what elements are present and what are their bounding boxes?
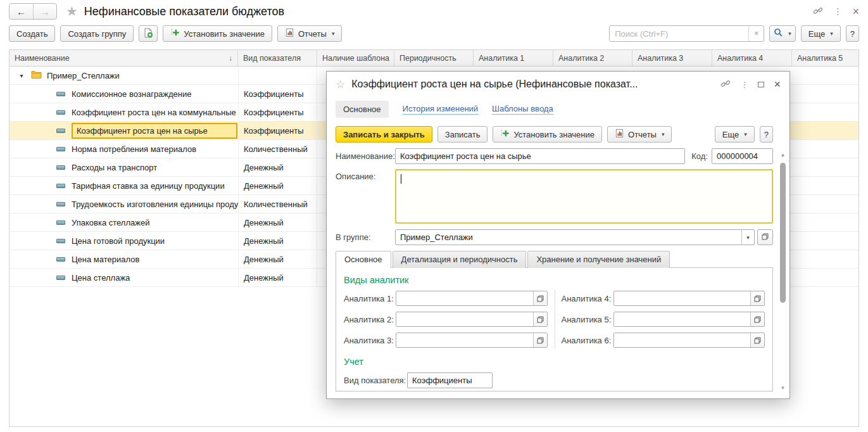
- analytics-3-input[interactable]: [396, 333, 533, 347]
- indicator-type-input[interactable]: [407, 372, 493, 388]
- set-value-button[interactable]: Установить значение: [163, 25, 272, 42]
- name-input[interactable]: [395, 148, 685, 164]
- back-icon: ←: [16, 6, 26, 17]
- chevron-down-icon: ▾: [662, 131, 665, 137]
- name-field-row: Наименование: Код:: [336, 148, 773, 164]
- tab-storage[interactable]: Хранение и получение значений: [527, 251, 670, 268]
- search-button[interactable]: ▾: [769, 25, 796, 42]
- save-and-close-button[interactable]: Записать и закрыть: [336, 126, 432, 143]
- command-bar: Создать Создать группу Установить значен…: [0, 24, 868, 43]
- column-header[interactable]: Наименование↓: [9, 50, 238, 66]
- item-icon: [56, 220, 65, 225]
- dialog-nav: Основное История изменений Шаблоны ввода: [327, 97, 789, 121]
- reports-button[interactable]: Отчеты ▾: [607, 126, 672, 143]
- more-menu-icon[interactable]: ⋮: [740, 80, 748, 89]
- tree-expander-icon[interactable]: ▾: [17, 72, 26, 79]
- open-icon[interactable]: [750, 333, 764, 347]
- dialog-scrollbar[interactable]: ▲ ▼: [779, 151, 787, 392]
- open-item-button[interactable]: [757, 229, 773, 245]
- scrollbar-thumb[interactable]: [780, 163, 786, 303]
- row-type: Денежный: [238, 177, 317, 194]
- description-textarea[interactable]: [395, 169, 773, 224]
- analytics-field: Аналитика 6:: [562, 333, 765, 348]
- open-icon[interactable]: [750, 312, 764, 326]
- set-value-button[interactable]: Установить значение: [493, 126, 602, 143]
- scrollbar-track[interactable]: [780, 159, 786, 384]
- tab-detail[interactable]: Детализация и периодичность: [393, 251, 527, 268]
- table-header: Наименование↓ Вид показателя Наличие шаб…: [9, 50, 859, 67]
- row-name: Тарифная ставка за единицу продукции: [72, 181, 225, 191]
- back-button[interactable]: ←: [9, 4, 33, 19]
- open-icon: [762, 232, 769, 242]
- row-name: Расходы на транспорт: [72, 163, 157, 172]
- row-type: Количественный: [238, 195, 317, 213]
- item-icon: [56, 257, 65, 262]
- favorite-star-outline-icon[interactable]: ☆: [336, 78, 345, 91]
- item-dialog: ☆ Коэффициент роста цен на сырье (Нефина…: [326, 71, 790, 399]
- scroll-down-icon[interactable]: ▼: [781, 384, 786, 392]
- link-icon[interactable]: [813, 6, 823, 18]
- row-type: Денежный: [238, 213, 317, 231]
- row-name: Цена материалов: [72, 255, 139, 264]
- column-header[interactable]: Наличие шаблона: [317, 50, 394, 66]
- analytics-2-input[interactable]: [396, 312, 533, 326]
- analytics-6-input[interactable]: [614, 333, 751, 347]
- text-cursor: [401, 174, 401, 184]
- create-button[interactable]: Создать: [9, 25, 55, 42]
- search-clear-icon[interactable]: ×: [748, 26, 764, 41]
- row-type: Коэффициенты: [238, 103, 317, 121]
- help-button[interactable]: ?: [760, 126, 773, 143]
- analytics-1-input[interactable]: [396, 291, 533, 305]
- analytics-label: Аналитика 5:: [562, 315, 613, 324]
- copy-button[interactable]: [139, 25, 158, 42]
- analytics-field: Аналитика 4:: [562, 291, 765, 306]
- window-titlebar: ← → ★ Нефинансовые показатели бюджетов ⋮…: [0, 0, 868, 23]
- open-icon[interactable]: [533, 333, 547, 347]
- more-button[interactable]: Еще▾: [715, 126, 755, 143]
- combo-dropdown-icon[interactable]: ▾: [741, 230, 754, 245]
- group-combobox: ▾: [395, 229, 755, 245]
- indicator-type-label: Вид показателя:: [344, 376, 407, 385]
- window-close-icon[interactable]: ×: [852, 5, 859, 18]
- row-name: Коэффициент роста цен на сырье: [77, 126, 208, 136]
- analytics-5-input[interactable]: [614, 312, 751, 326]
- nav-link-templates[interactable]: Шаблоны ввода: [492, 104, 553, 115]
- search-input[interactable]: [610, 26, 748, 41]
- group-input[interactable]: [396, 230, 741, 245]
- reports-button[interactable]: Отчеты ▾: [277, 25, 342, 42]
- create-group-button[interactable]: Создать группу: [60, 25, 134, 42]
- column-header[interactable]: Аналитика 4: [712, 50, 792, 66]
- dialog-close-icon[interactable]: ×: [774, 78, 781, 91]
- column-header[interactable]: Аналитика 1: [474, 50, 553, 66]
- column-header[interactable]: Аналитика 5: [792, 50, 859, 66]
- row-type: Денежный: [238, 158, 317, 176]
- link-icon[interactable]: [720, 79, 731, 91]
- help-button[interactable]: ?: [846, 25, 859, 42]
- nav-link-history[interactable]: История изменений: [403, 104, 479, 115]
- maximize-icon[interactable]: [758, 82, 764, 87]
- item-icon: [56, 110, 65, 115]
- nav-item-main[interactable]: Основное: [336, 101, 389, 118]
- column-header[interactable]: Аналитика 2: [553, 50, 632, 66]
- set-value-plus-icon: [170, 28, 180, 39]
- more-menu-icon[interactable]: ⋮: [833, 6, 842, 16]
- row-type: Коэффициенты: [238, 122, 317, 139]
- forward-button[interactable]: →: [33, 4, 56, 19]
- open-icon[interactable]: [750, 291, 764, 305]
- scroll-up-icon[interactable]: ▲: [781, 151, 786, 159]
- favorite-star-icon[interactable]: ★: [66, 4, 78, 19]
- column-header[interactable]: Периодичность: [394, 50, 474, 66]
- column-header[interactable]: Вид показателя: [238, 50, 317, 66]
- page-title: Нефинансовые показатели бюджетов: [84, 5, 284, 18]
- analytics-4-input[interactable]: [614, 291, 751, 305]
- analytics-field: Аналитика 3:: [344, 333, 548, 348]
- column-header[interactable]: Аналитика 3: [632, 50, 712, 66]
- tab-main[interactable]: Основное: [336, 251, 391, 268]
- code-input[interactable]: [712, 148, 773, 164]
- save-button[interactable]: Записать: [437, 126, 488, 143]
- more-button[interactable]: Еще▾: [801, 25, 841, 42]
- open-icon[interactable]: [533, 312, 547, 326]
- chevron-down-icon: ▾: [332, 30, 335, 37]
- item-icon: [56, 239, 65, 243]
- open-icon[interactable]: [533, 291, 547, 305]
